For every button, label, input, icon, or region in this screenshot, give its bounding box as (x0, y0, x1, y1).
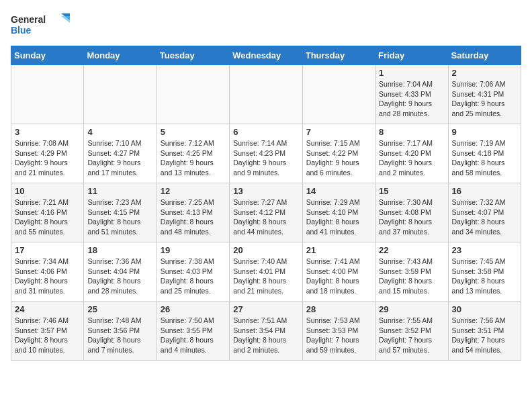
calendar-week-row: 24Sunrise: 7:46 AM Sunset: 3:57 PM Dayli… (11, 302, 521, 361)
day-number: 25 (87, 304, 152, 314)
day-number: 18 (87, 245, 152, 255)
calendar-cell (157, 65, 229, 124)
day-number: 16 (452, 186, 517, 196)
day-info: Sunrise: 7:08 AM Sunset: 4:29 PM Dayligh… (15, 138, 80, 178)
calendar-cell: 28Sunrise: 7:53 AM Sunset: 3:53 PM Dayli… (302, 302, 375, 361)
header: General Blue (11, 11, 521, 40)
day-number: 29 (379, 304, 444, 314)
day-info: Sunrise: 7:51 AM Sunset: 3:54 PM Dayligh… (233, 316, 298, 355)
calendar-cell: 17Sunrise: 7:34 AM Sunset: 4:06 PM Dayli… (11, 242, 84, 302)
weekday-header: Friday (375, 46, 448, 65)
calendar-cell: 20Sunrise: 7:40 AM Sunset: 4:01 PM Dayli… (230, 242, 302, 302)
day-number: 9 (452, 127, 517, 137)
calendar-cell (302, 65, 375, 124)
day-info: Sunrise: 7:25 AM Sunset: 4:13 PM Dayligh… (161, 197, 226, 237)
day-number: 22 (379, 245, 444, 255)
calendar-cell: 19Sunrise: 7:38 AM Sunset: 4:03 PM Dayli… (157, 242, 229, 302)
day-number: 30 (452, 304, 517, 314)
calendar-cell: 6Sunrise: 7:14 AM Sunset: 4:23 PM Daylig… (230, 124, 302, 183)
day-info: Sunrise: 7:27 AM Sunset: 4:12 PM Dayligh… (233, 197, 298, 237)
day-number: 13 (233, 186, 298, 196)
calendar-cell: 21Sunrise: 7:41 AM Sunset: 4:00 PM Dayli… (302, 242, 375, 302)
calendar-cell: 3Sunrise: 7:08 AM Sunset: 4:29 PM Daylig… (11, 124, 84, 183)
calendar-cell: 13Sunrise: 7:27 AM Sunset: 4:12 PM Dayli… (230, 183, 302, 242)
day-info: Sunrise: 7:04 AM Sunset: 4:33 PM Dayligh… (379, 79, 444, 119)
calendar-cell: 27Sunrise: 7:51 AM Sunset: 3:54 PM Dayli… (230, 302, 302, 361)
day-number: 15 (379, 186, 444, 196)
day-info: Sunrise: 7:48 AM Sunset: 3:56 PM Dayligh… (87, 316, 152, 355)
calendar-week-row: 17Sunrise: 7:34 AM Sunset: 4:06 PM Dayli… (11, 242, 521, 302)
calendar-cell: 10Sunrise: 7:21 AM Sunset: 4:16 PM Dayli… (11, 183, 84, 242)
calendar-cell: 7Sunrise: 7:15 AM Sunset: 4:22 PM Daylig… (302, 124, 375, 183)
day-number: 10 (15, 186, 80, 196)
calendar-cell: 26Sunrise: 7:50 AM Sunset: 3:55 PM Dayli… (157, 302, 229, 361)
calendar-cell: 11Sunrise: 7:23 AM Sunset: 4:15 PM Dayli… (84, 183, 157, 242)
day-info: Sunrise: 7:14 AM Sunset: 4:23 PM Dayligh… (233, 138, 298, 178)
day-number: 24 (15, 304, 80, 314)
svg-text:General: General (11, 14, 46, 25)
calendar-cell: 8Sunrise: 7:17 AM Sunset: 4:20 PM Daylig… (375, 124, 448, 183)
day-number: 3 (15, 127, 80, 137)
calendar-cell (84, 65, 157, 124)
weekday-header: Thursday (302, 46, 375, 65)
day-number: 6 (233, 127, 298, 137)
day-info: Sunrise: 7:56 AM Sunset: 3:51 PM Dayligh… (452, 316, 517, 355)
calendar-cell: 22Sunrise: 7:43 AM Sunset: 3:59 PM Dayli… (375, 242, 448, 302)
day-number: 8 (379, 127, 444, 137)
svg-marker-3 (61, 16, 70, 23)
day-info: Sunrise: 7:29 AM Sunset: 4:10 PM Dayligh… (306, 197, 371, 237)
day-number: 21 (306, 245, 371, 255)
svg-text:Blue: Blue (11, 25, 32, 36)
day-info: Sunrise: 7:53 AM Sunset: 3:53 PM Dayligh… (306, 316, 371, 355)
calendar-week-row: 3Sunrise: 7:08 AM Sunset: 4:29 PM Daylig… (11, 124, 521, 183)
day-number: 11 (87, 186, 152, 196)
day-number: 1 (379, 68, 444, 78)
day-number: 19 (161, 245, 226, 255)
day-info: Sunrise: 7:36 AM Sunset: 4:04 PM Dayligh… (87, 257, 152, 296)
day-number: 7 (306, 127, 371, 137)
calendar-week-row: 1Sunrise: 7:04 AM Sunset: 4:33 PM Daylig… (11, 65, 521, 124)
calendar-cell: 25Sunrise: 7:48 AM Sunset: 3:56 PM Dayli… (84, 302, 157, 361)
day-info: Sunrise: 7:43 AM Sunset: 3:59 PM Dayligh… (379, 257, 444, 296)
calendar-table: SundayMondayTuesdayWednesdayThursdayFrid… (11, 46, 521, 361)
day-info: Sunrise: 7:19 AM Sunset: 4:18 PM Dayligh… (452, 138, 517, 178)
calendar-cell: 14Sunrise: 7:29 AM Sunset: 4:10 PM Dayli… (302, 183, 375, 242)
calendar-cell: 30Sunrise: 7:56 AM Sunset: 3:51 PM Dayli… (448, 302, 521, 361)
day-number: 14 (306, 186, 371, 196)
calendar-cell: 18Sunrise: 7:36 AM Sunset: 4:04 PM Dayli… (84, 242, 157, 302)
day-number: 26 (161, 304, 226, 314)
calendar-week-row: 10Sunrise: 7:21 AM Sunset: 4:16 PM Dayli… (11, 183, 521, 242)
day-info: Sunrise: 7:34 AM Sunset: 4:06 PM Dayligh… (15, 257, 80, 296)
logo: General Blue (11, 11, 71, 40)
calendar-cell (230, 65, 302, 124)
day-info: Sunrise: 7:17 AM Sunset: 4:20 PM Dayligh… (379, 138, 444, 178)
weekday-header: Saturday (448, 46, 521, 65)
day-info: Sunrise: 7:21 AM Sunset: 4:16 PM Dayligh… (15, 197, 80, 237)
day-info: Sunrise: 7:46 AM Sunset: 3:57 PM Dayligh… (15, 316, 80, 355)
day-number: 5 (161, 127, 226, 137)
calendar-cell: 1Sunrise: 7:04 AM Sunset: 4:33 PM Daylig… (375, 65, 448, 124)
calendar-cell (11, 65, 84, 124)
day-info: Sunrise: 7:12 AM Sunset: 4:25 PM Dayligh… (161, 138, 226, 178)
day-info: Sunrise: 7:55 AM Sunset: 3:52 PM Dayligh… (379, 316, 444, 355)
day-info: Sunrise: 7:32 AM Sunset: 4:07 PM Dayligh… (452, 197, 517, 237)
calendar-cell: 15Sunrise: 7:30 AM Sunset: 4:08 PM Dayli… (375, 183, 448, 242)
calendar-cell: 24Sunrise: 7:46 AM Sunset: 3:57 PM Dayli… (11, 302, 84, 361)
calendar-cell: 29Sunrise: 7:55 AM Sunset: 3:52 PM Dayli… (375, 302, 448, 361)
calendar-cell: 2Sunrise: 7:06 AM Sunset: 4:31 PM Daylig… (448, 65, 521, 124)
logo-svg: General Blue (11, 11, 71, 40)
day-number: 23 (452, 245, 517, 255)
day-info: Sunrise: 7:23 AM Sunset: 4:15 PM Dayligh… (87, 197, 152, 237)
weekday-header: Tuesday (157, 46, 229, 65)
day-number: 20 (233, 245, 298, 255)
day-info: Sunrise: 7:45 AM Sunset: 3:58 PM Dayligh… (452, 257, 517, 296)
day-number: 28 (306, 304, 371, 314)
day-number: 4 (87, 127, 152, 137)
calendar-cell: 16Sunrise: 7:32 AM Sunset: 4:07 PM Dayli… (448, 183, 521, 242)
day-info: Sunrise: 7:30 AM Sunset: 4:08 PM Dayligh… (379, 197, 444, 237)
day-info: Sunrise: 7:10 AM Sunset: 4:27 PM Dayligh… (87, 138, 152, 178)
calendar-cell: 9Sunrise: 7:19 AM Sunset: 4:18 PM Daylig… (448, 124, 521, 183)
day-info: Sunrise: 7:38 AM Sunset: 4:03 PM Dayligh… (161, 257, 226, 296)
day-info: Sunrise: 7:06 AM Sunset: 4:31 PM Dayligh… (452, 79, 517, 119)
day-number: 12 (161, 186, 226, 196)
